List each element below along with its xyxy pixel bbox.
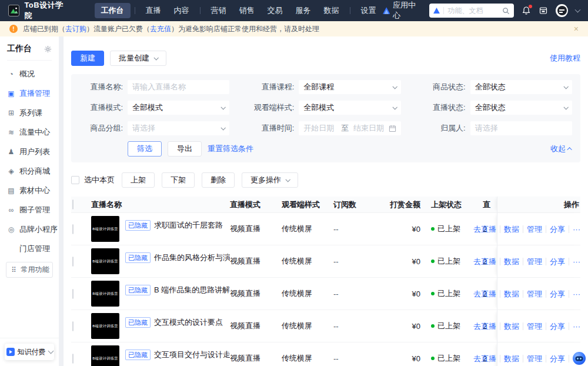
- row-action-···[interactable]: ···: [569, 290, 580, 298]
- filter-select[interactable]: 全部模式: [299, 101, 400, 115]
- app-center-button[interactable]: 应用中心: [383, 0, 422, 21]
- sidebar-item-概况[interactable]: ◔概况: [0, 64, 59, 84]
- sidebar-item-积分商城[interactable]: ◈积分商城: [0, 161, 59, 181]
- reset-filters-link[interactable]: 重置筛选条件: [208, 144, 253, 154]
- workspace-switch-button[interactable]: [539, 6, 548, 15]
- row-action-管理[interactable]: 管理: [523, 258, 546, 265]
- row-action-去直播[interactable]: 去直播: [470, 355, 500, 362]
- filter-input[interactable]: 请输入直播名称: [128, 80, 229, 94]
- banner-segment: 店铺已到期（: [23, 25, 65, 33]
- tutorial-link[interactable]: 使用教程: [550, 53, 580, 64]
- sidebar-item-素材中心[interactable]: ▤素材中心: [0, 181, 59, 200]
- select-all-checkbox[interactable]: [72, 199, 74, 209]
- sidebar-item-直播管理[interactable]: ▣直播管理: [0, 84, 59, 103]
- row-action-···[interactable]: ···: [569, 322, 580, 330]
- select-page-checkbox[interactable]: [71, 176, 79, 184]
- batch-button-删除[interactable]: 删除: [202, 172, 235, 188]
- filter-select[interactable]: 全部状态: [470, 80, 572, 94]
- row-action-数据[interactable]: 数据: [500, 290, 523, 298]
- nav-item-工作台[interactable]: 工作台: [95, 3, 131, 18]
- more-actions-button[interactable]: 更多操作: [242, 172, 298, 188]
- batch-create-label: 批量创建: [119, 53, 149, 64]
- nav-item-设置[interactable]: 设置: [355, 3, 383, 18]
- row-checkbox[interactable]: [72, 224, 74, 234]
- row-action-数据[interactable]: 数据: [500, 225, 523, 233]
- nav-item-数据[interactable]: 数据: [318, 3, 346, 18]
- row-checkbox[interactable]: [72, 257, 74, 267]
- batch-create-button[interactable]: 批量创建: [110, 51, 166, 66]
- global-search-input[interactable]: 功能、文档: [429, 4, 514, 18]
- filter-label: 归属人:: [422, 123, 466, 134]
- nav-item-内容[interactable]: 内容: [168, 3, 196, 18]
- banner-link-去订购[interactable]: 去订购: [65, 25, 86, 33]
- row-action-分享[interactable]: 分享: [546, 258, 569, 265]
- row-action-管理[interactable]: 管理: [523, 290, 546, 298]
- row-action-分享[interactable]: 分享: [546, 290, 569, 298]
- row-action-管理[interactable]: 管理: [523, 355, 546, 362]
- sidebar-item-用户列表[interactable]: ♟用户列表: [0, 142, 59, 161]
- live-title: B 端作品集的思路讲解: [154, 285, 230, 295]
- row-action-去直播[interactable]: 去直播: [470, 225, 500, 233]
- filter-input[interactable]: 请选择: [470, 121, 572, 135]
- sidebar-item-品牌小程序[interactable]: ◎品牌小程序: [0, 219, 59, 239]
- search-icon: [502, 7, 510, 15]
- brand[interactable]: ToB设计学院: [8, 0, 70, 21]
- notification-bell-button[interactable]: [522, 6, 531, 15]
- sidebar-item-流量中心[interactable]: ≋流量中心: [0, 122, 59, 142]
- chevron-down-icon: [563, 84, 568, 89]
- row-action-···[interactable]: ···: [569, 225, 580, 233]
- filter-select[interactable]: 全部课程: [299, 80, 400, 94]
- row-action-去直播[interactable]: 去直播: [470, 290, 500, 298]
- nav-item-服务[interactable]: 服务: [289, 3, 318, 18]
- filter-button[interactable]: 筛选: [128, 141, 162, 157]
- row-checkbox[interactable]: [72, 321, 74, 331]
- nav-item-直播[interactable]: 直播: [139, 3, 168, 18]
- sidebar-item-圈子管理[interactable]: ∞圈子管理: [0, 200, 59, 219]
- filter-select[interactable]: 全部模式: [128, 101, 229, 115]
- banner-link-去充值[interactable]: 去充值: [150, 25, 171, 33]
- batch-button-下架[interactable]: 下架: [162, 172, 195, 188]
- row-action-数据[interactable]: 数据: [500, 355, 523, 362]
- nav-item-营销[interactable]: 营销: [205, 3, 233, 18]
- row-checkbox[interactable]: [72, 289, 74, 299]
- nav-divider: [350, 7, 350, 14]
- banner-close-icon[interactable]: ×: [574, 25, 579, 33]
- collapse-toggle[interactable]: 收起: [550, 144, 572, 154]
- row-action-数据[interactable]: 数据: [500, 258, 523, 265]
- row-action-分享[interactable]: 分享: [546, 355, 569, 362]
- row-action-去直播[interactable]: 去直播: [470, 258, 500, 265]
- filter-daterange[interactable]: 开始日期至结束日期: [299, 121, 400, 135]
- grid-icon: ⠿: [10, 266, 18, 274]
- product-switcher[interactable]: 知识付费: [5, 344, 54, 360]
- nav-item-交易[interactable]: 交易: [261, 3, 289, 18]
- export-button[interactable]: 导出: [168, 141, 202, 157]
- filter-select[interactable]: 请选择: [128, 121, 229, 135]
- sidebar-item-常用功能[interactable]: ⠿常用功能: [6, 262, 53, 278]
- sidebar-item-label: 常用功能: [21, 265, 49, 275]
- row-action-管理[interactable]: 管理: [523, 225, 546, 233]
- row-action-分享[interactable]: 分享: [546, 322, 569, 330]
- header-reward: 打赏金额: [383, 199, 420, 210]
- create-button[interactable]: 新建: [71, 51, 104, 66]
- filter-label: 商品分组:: [79, 123, 123, 134]
- row-action-数据[interactable]: 数据: [500, 322, 523, 330]
- row-checkbox[interactable]: [72, 354, 74, 364]
- row-action-管理[interactable]: 管理: [523, 322, 546, 330]
- header-style: 观看端样式: [282, 199, 333, 210]
- nav-item-销售[interactable]: 销售: [233, 3, 261, 18]
- row-action-分享[interactable]: 分享: [546, 225, 569, 233]
- chat-assistant-button[interactable]: [572, 351, 586, 365]
- row-action-去直播[interactable]: 去直播: [470, 322, 500, 330]
- account-chevron-down-icon[interactable]: [575, 7, 581, 13]
- batch-button-上架[interactable]: 上架: [122, 172, 155, 188]
- gear-icon[interactable]: [44, 45, 52, 53]
- user-avatar[interactable]: [556, 4, 568, 17]
- sidebar-item-系列课[interactable]: ⊞系列课: [0, 103, 59, 122]
- filter-select[interactable]: 全部状态: [470, 101, 572, 115]
- filter-field-直播课程: 直播课程:全部课程: [250, 80, 400, 94]
- sidebar-item-门店管理[interactable]: 门店管理: [0, 239, 59, 258]
- cell-style: 传统横屏: [282, 224, 333, 234]
- cell-subscriptions: --: [333, 225, 383, 234]
- row-action-···[interactable]: ···: [569, 258, 580, 265]
- sidebar-menu: ◔概况▣直播管理⊞系列课≋流量中心♟用户列表◈积分商城▤素材中心∞圈子管理◎品牌…: [0, 64, 59, 278]
